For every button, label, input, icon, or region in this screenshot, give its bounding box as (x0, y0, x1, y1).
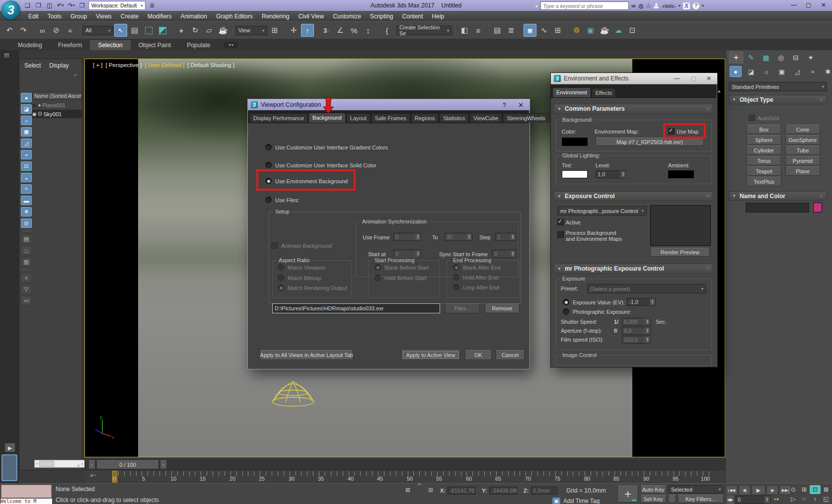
ambient-color-swatch[interactable] (668, 170, 694, 178)
track-bar[interactable]: ≡~ 0 5 10 15 20 25 30 35 40 45 50 55 60 … (84, 470, 725, 483)
menu-views[interactable]: Views (91, 13, 116, 20)
tab-steeringwheels[interactable]: SteeringWheels (503, 113, 549, 123)
tab-hierarchy-icon[interactable]: ▦ (758, 51, 773, 64)
list-item-selected[interactable]: ◉ ʘ Sky001 (32, 110, 82, 118)
viewport-shading-menu[interactable]: [ Default Shading ] (187, 62, 234, 68)
apply-all-views-button[interactable]: Apply to All Views in Active Layout Tab (260, 350, 353, 360)
redo-icon[interactable]: ↷▾ (67, 1, 76, 10)
menu-tools[interactable]: Tools (43, 13, 66, 20)
ribbon-minimize-icon[interactable]: ▼▾ (224, 42, 238, 48)
create-box-button[interactable]: Box (747, 125, 781, 134)
selection-filter-dropdown[interactable]: All▾ (82, 26, 113, 35)
snaps-toggle-3d-icon[interactable]: 3◡ (320, 24, 333, 37)
dialog-title-bar[interactable]: 3 Viewport Configuration ? ✕ (248, 99, 529, 110)
help-icon[interactable]: ? (692, 2, 699, 9)
angle-snap-toggle-icon[interactable]: ∠ (334, 24, 347, 37)
create-key-plus-button[interactable]: + (617, 486, 638, 503)
chevron-down-icon[interactable]: ▾ (702, 3, 704, 8)
menu-scripting[interactable]: Scripting (366, 13, 398, 20)
open-mini-curve-editor-icon[interactable]: ≡~ (90, 473, 96, 478)
column-header-name[interactable]: Name (Sorted Ascen (32, 92, 82, 100)
current-frame-spinner[interactable]: 0▲▼ (736, 496, 770, 504)
time-tag-cube-icon[interactable]: ▣ (552, 498, 560, 504)
menu-help[interactable]: Help (428, 13, 449, 20)
menu-edit[interactable]: Edit (24, 13, 43, 20)
active-layout-tab[interactable] (1, 454, 17, 481)
filter-helpers-icon[interactable]: ◿ (21, 139, 32, 148)
maximize-viewport-toggle-icon[interactable]: ◱ (821, 495, 832, 504)
maxscript-mini-listener-pink[interactable] (1, 485, 52, 498)
reference-coordinate-dropdown[interactable]: View▾ (235, 26, 267, 35)
menu-modifiers[interactable]: Modifiers (143, 13, 176, 20)
edit-named-selection-sets-icon[interactable]: { (380, 24, 393, 37)
sync-start-spinner[interactable]: 0▲▼ (492, 250, 516, 258)
mirror-icon[interactable]: ◧ (458, 24, 471, 37)
orbit-icon[interactable]: ♁ (810, 495, 821, 504)
keyboard-shortcut-override-icon[interactable]: ↑ (301, 24, 314, 37)
use-pivot-center-icon[interactable]: ⊞ (268, 24, 281, 37)
tab-effects[interactable]: Effects (592, 88, 616, 97)
radio-row[interactable]: Exposure Value (EV): (563, 299, 625, 305)
object-color-swatch[interactable] (813, 203, 822, 213)
save-file-icon[interactable]: ◫ (45, 1, 54, 10)
project-folder-icon[interactable]: ❒ (77, 1, 87, 10)
filter-settings-icon[interactable]: ▼ (21, 273, 32, 283)
open-autodesk-gallery-icon[interactable]: ⊡ (626, 24, 639, 37)
to-spinner[interactable]: 30▲▼ (445, 233, 472, 241)
minimize-button[interactable]: — (786, 0, 801, 10)
list-item[interactable]: ◉ ● Plane001 (32, 101, 82, 109)
radio-blank-before-start[interactable] (375, 264, 381, 271)
help-icon[interactable]: ? (497, 101, 512, 109)
radio-loop-after-end[interactable] (453, 284, 459, 290)
radio-row[interactable]: Use Files: (265, 197, 300, 203)
maxscript-mini-listener-white[interactable]: Welcome to M (0, 498, 53, 504)
z-coordinate-field[interactable]: 0,0mm (531, 487, 557, 495)
tab-motion-icon[interactable]: ◎ (773, 51, 788, 64)
pan-hand-icon[interactable]: ☞ (799, 495, 810, 504)
unlink-selection-icon[interactable]: ⊘ (50, 24, 63, 37)
select-object-icon[interactable]: ↖ (114, 24, 127, 37)
ribbon-toggle-icon[interactable]: ▦ (524, 24, 536, 37)
select-and-place-icon[interactable]: ☕ (217, 24, 229, 37)
rollout-object-type[interactable]: ▼Object Type∷ (729, 95, 827, 104)
key-step-toggle-icon[interactable]: ◀▶ (726, 495, 735, 504)
ribbon-tab-object-paint[interactable]: Object Paint (131, 40, 179, 50)
radio-exposure-value[interactable] (563, 299, 569, 305)
scene-explorer-display-menu[interactable]: Display (49, 62, 69, 69)
tab-safe-frames[interactable]: Safe Frames (371, 113, 410, 123)
app-logo-icon[interactable]: 3 (1, 0, 20, 20)
radio-blank-after-end[interactable] (453, 264, 459, 271)
create-geosphere-button[interactable]: GeoSphere (785, 135, 820, 144)
username[interactable]: -niels- (661, 3, 676, 9)
shutter-spinner[interactable]: 0,008▲▼ (622, 318, 651, 326)
animate-background-checkbox[interactable] (271, 242, 278, 249)
tab-display-performance[interactable]: Display Performance (249, 113, 308, 123)
category-shapes-icon[interactable]: ◪ (745, 66, 757, 77)
tab-statistics[interactable]: Statistics (439, 113, 469, 123)
go-to-start-icon[interactable]: |◀◀ (726, 485, 738, 495)
layer-manager-icon[interactable]: ▤ (491, 24, 504, 37)
category-lights-icon[interactable]: ☼ (760, 66, 772, 77)
tab-viewcube[interactable]: ViewCube (469, 113, 502, 123)
align-icon[interactable]: ≡ (472, 24, 485, 37)
schematic-view-icon[interactable]: ⊞ (551, 24, 564, 37)
render-setup-icon[interactable]: ⚙ (570, 24, 583, 37)
add-time-tag[interactable]: Add Time Tag (563, 498, 600, 504)
overflow-chevron-icon[interactable]: » (74, 72, 77, 77)
blank-swatch-icon[interactable]: □ (21, 246, 32, 255)
radio-match-rendering-output[interactable] (278, 285, 284, 291)
select-and-rotate-icon[interactable]: ↻ (189, 24, 202, 37)
radio-photographic-exposure[interactable] (563, 308, 569, 315)
ribbon-tab-selection[interactable]: Selection (90, 40, 130, 50)
previous-frame-button[interactable]: ‹ (88, 460, 95, 469)
menu-group[interactable]: Group (66, 13, 91, 20)
select-and-manipulate-icon[interactable]: ✛ (287, 24, 300, 37)
communication-center-icon[interactable]: ◍ (638, 2, 643, 9)
toolbar-options-icon[interactable]: ≣ (147, 1, 156, 10)
process-background-checkbox[interactable] (557, 231, 564, 238)
undo-icon[interactable]: ↶ (3, 24, 16, 37)
create-teapot-button[interactable]: Teapot (747, 166, 781, 176)
filter-lights-icon[interactable]: ☼ (21, 116, 32, 125)
next-frame-button[interactable]: › (160, 460, 167, 469)
favorites-star-icon[interactable]: ☆ (646, 2, 651, 9)
